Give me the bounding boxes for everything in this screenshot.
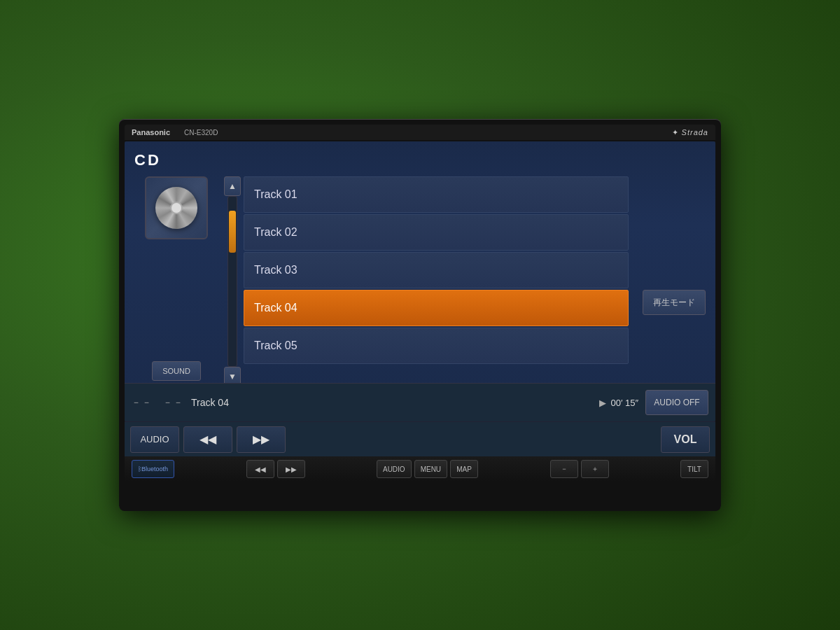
phys-plus-button[interactable]: ＋ <box>581 460 609 478</box>
track-item-5[interactable]: Track 05 <box>244 328 629 364</box>
control-bar: AUDIO ◀◀ ▶▶ VOL <box>125 421 715 456</box>
track-item-4[interactable]: Track 04 <box>244 290 629 326</box>
mode-title: CD <box>134 151 706 169</box>
scroll-up-button[interactable]: ▲ <box>224 176 241 196</box>
phys-minus-button[interactable]: － <box>550 460 578 478</box>
series-logo: Strada <box>672 128 708 137</box>
right-panel: 再生モード <box>636 176 706 386</box>
model-label: CN-E320D <box>184 129 218 136</box>
track-list: Track 01 Track 02 Track 03 Track 04 Trac… <box>244 176 629 386</box>
vol-button[interactable]: VOL <box>661 426 710 453</box>
phys-prev-button[interactable]: ◀◀ <box>246 460 274 478</box>
cd-icon <box>145 176 208 239</box>
main-screen: CD SOUND ▲ ▼ <box>125 141 715 421</box>
scroll-thumb <box>229 211 236 253</box>
device-header: Panasonic CN-E320D Strada <box>125 125 715 140</box>
phys-map-button[interactable]: MAP <box>450 460 478 478</box>
track-item-2[interactable]: Track 02 <box>244 214 629 251</box>
brand-label: Panasonic <box>132 128 170 136</box>
play-icon: ▶ <box>599 398 606 408</box>
play-time: 00′ 15″ <box>610 398 638 408</box>
phys-tilt-button[interactable]: TILT <box>680 460 708 478</box>
track-label-4: Track 04 <box>254 302 298 314</box>
now-playing-track: Track 04 <box>191 397 592 408</box>
track-label-5: Track 05 <box>254 340 298 352</box>
phys-bluetooth-button[interactable]: ᛒ Bluetooth <box>132 460 174 478</box>
play-indicator: ▶ 00′ 15″ <box>599 398 638 408</box>
now-playing-bar: －－ －－ Track 04 ▶ 00′ 15″ AUDIO OFF <box>125 383 715 421</box>
track-label-3: Track 03 <box>254 264 298 276</box>
now-playing-dashes: －－ －－ <box>132 396 184 409</box>
track-label-1: Track 01 <box>254 188 298 201</box>
track-item-1[interactable]: Track 01 <box>244 176 629 213</box>
physical-button-bar: ᛒ Bluetooth ◀◀ ▶▶ AUDIO MENU MAP － ＋ TIL… <box>125 456 715 482</box>
audio-button[interactable]: AUDIO <box>130 426 179 453</box>
bluetooth-label: Bluetooth <box>141 465 168 472</box>
track-list-area: ▲ ▼ Track 01 Track 02 Track 03 <box>225 176 629 386</box>
phys-menu-button[interactable]: MENU <box>414 460 447 478</box>
playback-mode-button[interactable]: 再生モード <box>643 290 706 315</box>
cd-disc <box>155 187 197 229</box>
track-item-3[interactable]: Track 03 <box>244 252 629 288</box>
prev-button[interactable]: ◀◀ <box>183 426 232 453</box>
track-label-2: Track 02 <box>254 226 298 239</box>
main-content-area: SOUND ▲ ▼ Track 01 <box>134 176 706 386</box>
next-button[interactable]: ▶▶ <box>237 426 286 453</box>
car-navigation-unit: Panasonic CN-E320D Strada CD SOUND ▲ <box>119 119 721 511</box>
sound-button[interactable]: SOUND <box>152 361 201 381</box>
scrollbar: ▲ ▼ <box>225 176 239 386</box>
left-panel: SOUND <box>134 176 218 386</box>
audio-off-button[interactable]: AUDIO OFF <box>645 390 708 415</box>
scroll-track <box>227 196 237 367</box>
phys-next-button[interactable]: ▶▶ <box>277 460 305 478</box>
phys-audio-button[interactable]: AUDIO <box>377 460 412 478</box>
